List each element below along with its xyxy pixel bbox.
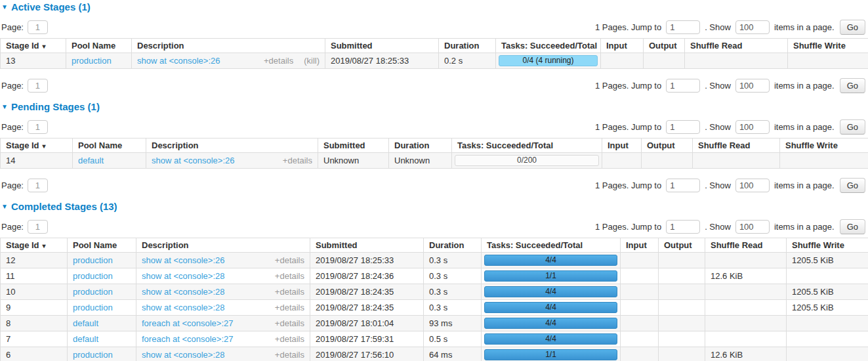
pool-name-link[interactable]: default [78, 156, 104, 165]
page-number-input[interactable] [28, 120, 48, 134]
column-header-label: Submitted [323, 140, 365, 150]
page-number-input[interactable] [28, 79, 48, 93]
pool-name-link[interactable]: production [73, 287, 113, 297]
pool-name-link[interactable]: production [72, 56, 112, 66]
sort-descending-icon: ▾ [43, 43, 46, 50]
items-per-page-input[interactable] [735, 220, 770, 234]
column-header-submitted[interactable]: Submitted [310, 238, 424, 253]
items-per-page-input[interactable] [735, 179, 770, 192]
pool-name-cell: production [68, 253, 136, 268]
jump-to-page-input[interactable] [666, 120, 700, 134]
description-cell: show at <console>:28+details [136, 284, 310, 300]
pagination-left: Page: [1, 179, 48, 192]
items-per-page-input[interactable] [735, 20, 770, 34]
column-header-duration[interactable]: Duration [439, 39, 496, 53]
column-header-description[interactable]: Description [132, 39, 325, 53]
details-toggle-link[interactable]: +details [275, 350, 304, 360]
pool-name-link[interactable]: production [73, 271, 113, 281]
column-header-tasks[interactable]: Tasks: Succeeded/Total [452, 138, 602, 153]
description-link[interactable]: show at <console>:28 [142, 350, 270, 360]
pool-name-link[interactable]: production [73, 303, 113, 312]
column-header-output[interactable]: Output [642, 138, 693, 153]
stage-id-cell: 9 [1, 300, 68, 316]
description-link[interactable]: foreach at <console>:27 [142, 334, 270, 344]
column-header-input[interactable]: Input [602, 138, 642, 153]
column-header-shuffle-write[interactable]: Shuffle Write [780, 138, 868, 153]
items-per-page-input[interactable] [735, 120, 770, 134]
jump-to-page-input[interactable] [666, 20, 700, 34]
details-toggle-link[interactable]: +details [275, 334, 304, 344]
column-header-submitted[interactable]: Submitted [318, 138, 389, 153]
column-header-shuffle-read[interactable]: Shuffle Read [685, 39, 788, 53]
jump-to-page-input[interactable] [666, 179, 700, 192]
pool-name-cell: production [66, 53, 132, 69]
column-header-pool-name[interactable]: Pool Name [66, 39, 132, 53]
column-header-shuffle-write[interactable]: Shuffle Write [788, 39, 868, 53]
items-per-page-input[interactable] [735, 79, 770, 93]
details-toggle-link[interactable]: +details [275, 255, 304, 265]
column-header-pool-name[interactable]: Pool Name [73, 138, 146, 153]
column-header-duration[interactable]: Duration [424, 238, 482, 253]
go-button[interactable]: Go [840, 219, 865, 234]
kill-stage-link[interactable]: (kill) [304, 56, 320, 66]
column-header-pool-name[interactable]: Pool Name [68, 238, 136, 253]
page-number-input[interactable] [28, 220, 48, 234]
description-link[interactable]: show at <console>:28 [142, 303, 270, 312]
pool-name-link[interactable]: default [73, 318, 98, 328]
jump-to-page-input[interactable] [666, 79, 700, 93]
column-header-tasks[interactable]: Tasks: Succeeded/Total [496, 39, 601, 53]
page-number-input[interactable] [28, 20, 48, 34]
description-link[interactable]: show at <console>:28 [142, 287, 270, 297]
column-header-description[interactable]: Description [136, 238, 310, 253]
stage-id-cell: 13 [1, 53, 66, 69]
stage-row: 12productionshow at <console>:26+details… [1, 253, 868, 268]
column-header-stage-id[interactable]: Stage Id▾ [1, 138, 73, 153]
column-header-stage-id[interactable]: Stage Id▾ [1, 238, 68, 253]
description-link[interactable]: show at <console>:26 [142, 255, 270, 265]
stage-id-cell: 14 [1, 153, 73, 169]
go-button[interactable]: Go [840, 178, 865, 193]
column-header-label: Output [649, 41, 677, 51]
go-button[interactable]: Go [840, 78, 865, 93]
column-header-stage-id[interactable]: Stage Id▾ [1, 39, 66, 53]
go-button[interactable]: Go [840, 20, 865, 35]
page-number-input[interactable] [28, 179, 48, 192]
column-header-output[interactable]: Output [659, 238, 705, 253]
section-header-pending-stages[interactable]: ▼ Pending Stages (1) [1, 101, 868, 112]
column-header-submitted[interactable]: Submitted [325, 39, 439, 53]
column-header-description[interactable]: Description [146, 138, 318, 153]
column-header-shuffle-read[interactable]: Shuffle Read [693, 138, 780, 153]
details-toggle-link[interactable]: +details [275, 287, 304, 297]
description-link[interactable]: foreach at <console>:27 [142, 318, 270, 328]
description-link[interactable]: show at <console>:26 [137, 56, 258, 66]
output-cell [644, 53, 685, 69]
stage-row: 6productionshow at <console>:28+details2… [1, 347, 868, 361]
column-header-label: Duration [444, 41, 479, 51]
description-link[interactable]: show at <console>:26 [152, 156, 278, 165]
pool-name-link[interactable]: default [73, 334, 98, 344]
details-toggle-link[interactable]: +details [275, 318, 304, 328]
column-header-shuffle-write[interactable]: Shuffle Write [787, 238, 868, 253]
details-toggle-link[interactable]: +details [275, 303, 304, 312]
column-header-tasks[interactable]: Tasks: Succeeded/Total [482, 238, 621, 253]
shuffle-read-cell [705, 284, 787, 300]
description-wrap: show at <console>:28+details [142, 287, 304, 297]
column-header-input[interactable]: Input [621, 238, 659, 253]
column-header-input[interactable]: Input [601, 39, 644, 53]
column-header-shuffle-read[interactable]: Shuffle Read [705, 238, 787, 253]
details-toggle-link[interactable]: +details [283, 156, 312, 165]
column-header-label: Input [606, 41, 627, 51]
section-header-active-stages[interactable]: ▼ Active Stages (1) [1, 1, 868, 12]
jump-to-page-input[interactable] [666, 220, 700, 234]
details-toggle-link[interactable]: +details [275, 271, 304, 281]
column-header-output[interactable]: Output [644, 39, 685, 53]
go-button[interactable]: Go [840, 119, 865, 135]
submitted-cell: 2019/08/27 17:56:10 [310, 347, 424, 361]
column-header-duration[interactable]: Duration [389, 138, 452, 153]
pool-name-link[interactable]: production [73, 255, 113, 265]
input-cell [601, 53, 644, 69]
details-toggle-link[interactable]: +details [264, 56, 293, 66]
section-header-completed-stages[interactable]: ▼ Completed Stages (13) [1, 201, 868, 212]
pool-name-link[interactable]: production [73, 350, 113, 360]
description-link[interactable]: show at <console>:28 [142, 271, 270, 281]
